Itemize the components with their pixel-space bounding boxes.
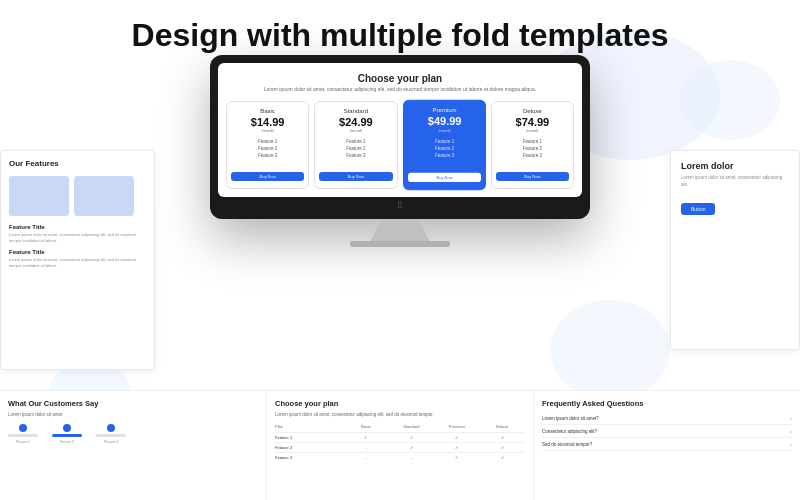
testimonial-person-1: Person 1 xyxy=(8,424,38,444)
testimonial-person-2: Person 2 xyxy=(52,424,82,444)
testimonial-name-1: Person 1 xyxy=(16,440,30,444)
card-features-standard: Feature 1 Feature 2 Feature 3 xyxy=(319,138,392,159)
buy-deluxe-button[interactable]: Buy Now xyxy=(496,172,569,181)
feature-premium-2: Feature 2 xyxy=(408,145,481,152)
faq-thumb: Frequently Asked Questions Lorem ipsum d… xyxy=(534,391,800,500)
faq-arrow-2: › xyxy=(790,428,792,434)
buy-premium-button[interactable]: Buy Now xyxy=(408,173,481,182)
mini-pricing-title: Choose your plan xyxy=(275,399,525,408)
pricing-card-deluxe: Deluxe $74.99 /month Feature 1 Feature 2… xyxy=(491,101,574,189)
feature-item-2: Feature Title Lorem ipsum dolor sit amet… xyxy=(9,249,146,268)
card-features-deluxe: Feature 1 Feature 2 Feature 3 xyxy=(496,138,569,159)
mpt-val-2-4: ✓ xyxy=(480,445,525,450)
feature-title-1: Feature Title xyxy=(9,224,146,230)
feature-standard-2: Feature 2 xyxy=(319,145,392,152)
mpt-val-3-4: ✓ xyxy=(480,455,525,460)
mpt-val-2-2: ✓ xyxy=(389,445,434,450)
card-name-standard: Standard xyxy=(319,108,392,114)
card-features-basic: Feature 1 Feature 2 Feature 3 xyxy=(231,138,304,159)
testimonial-dots: Person 1 Person 2 Person 3 xyxy=(8,424,258,444)
buy-basic-button[interactable]: Buy Now xyxy=(231,172,304,181)
feature-basic-3: Feature 3 xyxy=(231,152,304,159)
feature-basic-2: Feature 2 xyxy=(231,145,304,152)
mpt-val-1-2: ✓ xyxy=(389,435,434,440)
main-heading: Design with multiple fold templates xyxy=(0,0,800,53)
faq-q-3: Sed do eiusmod tempor? xyxy=(542,442,790,447)
card-name-basic: Basic xyxy=(231,108,304,114)
faq-q-1: Lorem ipsum dolor sit amet? xyxy=(542,416,790,421)
bg-decoration-3 xyxy=(550,300,670,400)
feature-text-2: Lorem ipsum dolor sit amet, consectetur … xyxy=(9,257,146,268)
feature-standard-1: Feature 1 xyxy=(319,138,392,145)
feature-text-1: Lorem ipsum dolor sit amet, consectetur … xyxy=(9,232,146,243)
monitor-base xyxy=(350,241,450,247)
feature-premium-3: Feature 3 xyxy=(408,152,481,159)
testimonial-dot-1 xyxy=(19,424,27,432)
testimonials-thumb: What Our Customers Say Lorem ipsum dolor… xyxy=(0,391,267,500)
pricing-screen-title: Choose your plan xyxy=(226,73,574,84)
mpt-row-1: Feature 1 ✓ ✓ ✓ ✓ xyxy=(275,432,525,442)
pricing-screen-subtitle: Lorem ipsum dolor sit amet, consectetur … xyxy=(226,86,574,93)
feature-title-2: Feature Title xyxy=(9,249,146,255)
testimonial-name-3: Person 3 xyxy=(104,440,118,444)
faq-item-1: Lorem ipsum dolor sit amet? › xyxy=(542,412,792,425)
monitor-screen: Choose your plan Lorem ipsum dolor sit a… xyxy=(218,63,582,197)
card-price-standard: $24.99 xyxy=(319,116,392,128)
feature-deluxe-2: Feature 2 xyxy=(496,145,569,152)
mpt-header: Plan Basic Standard Premium Deluxe xyxy=(275,424,525,429)
mpt-val-2-1: - xyxy=(343,445,388,450)
mpt-col-standard: Standard xyxy=(389,424,434,429)
bottom-section: What Our Customers Say Lorem ipsum dolor… xyxy=(0,390,800,500)
buy-standard-button[interactable]: Buy Now xyxy=(319,172,392,181)
apple-logo-icon:  xyxy=(398,199,402,210)
feature-item-1: Feature Title Lorem ipsum dolor sit amet… xyxy=(9,224,146,243)
testimonials-title: What Our Customers Say xyxy=(8,399,258,408)
mpt-col-premium: Premium xyxy=(434,424,479,429)
faq-item-3: Sed do eiusmod tempor? › xyxy=(542,438,792,451)
card-price-premium: $49.99 xyxy=(408,115,481,127)
mpt-row-3: Feature 3 - - ✓ ✓ xyxy=(275,452,525,462)
feature-image-2 xyxy=(74,176,134,216)
lorem-text: Lorem ipsum dolor sit amet, consectetur … xyxy=(681,175,789,189)
card-period-basic: /month xyxy=(231,128,304,133)
features-card: Our Features Feature Title Lorem ipsum d… xyxy=(0,150,155,370)
mpt-val-3-2: - xyxy=(389,455,434,460)
mpt-val-2-3: ✓ xyxy=(434,445,479,450)
card-period-premium: /month xyxy=(408,127,481,132)
pricing-card-premium: Premium $49.99 /month Feature 1 Feature … xyxy=(403,100,486,191)
feature-standard-3: Feature 3 xyxy=(319,152,392,159)
right-side-card: Lorem dolor Lorem ipsum dolor sit amet, … xyxy=(670,150,800,350)
feature-premium-1: Feature 1 xyxy=(408,138,481,145)
features-title: Our Features xyxy=(9,159,146,168)
monitor-wrapper: Choose your plan Lorem ipsum dolor sit a… xyxy=(210,55,590,247)
faq-q-2: Consectetur adipiscing elit? xyxy=(542,429,790,434)
feature-basic-1: Feature 1 xyxy=(231,138,304,145)
testimonial-bar-1 xyxy=(8,434,38,437)
card-name-deluxe: Deluxe xyxy=(496,108,569,114)
feature-image-1 xyxy=(9,176,69,216)
pricing-card-standard: Standard $24.99 /month Feature 1 Feature… xyxy=(314,101,397,189)
card-price-basic: $14.99 xyxy=(231,116,304,128)
card-period-standard: /month xyxy=(319,128,392,133)
mini-pricing-thumb: Choose your plan Lorem ipsum dolor sit a… xyxy=(267,391,534,500)
mpt-col-plan: Plan xyxy=(275,424,343,429)
mpt-val-1-4: ✓ xyxy=(480,435,525,440)
faq-arrow-1: › xyxy=(790,415,792,421)
faq-item-2: Consectetur adipiscing elit? › xyxy=(542,425,792,438)
mpt-plan-3: Feature 3 xyxy=(275,455,343,460)
lorem-button[interactable]: Button xyxy=(681,203,715,215)
faq-arrow-3: › xyxy=(790,441,792,447)
mpt-col-deluxe: Deluxe xyxy=(480,424,525,429)
testimonial-person-3: Person 3 xyxy=(96,424,126,444)
mini-pricing-table: Plan Basic Standard Premium Deluxe Featu… xyxy=(275,424,525,462)
testimonial-name-2: Person 2 xyxy=(60,440,74,444)
mpt-col-basic: Basic xyxy=(343,424,388,429)
card-period-deluxe: /month xyxy=(496,128,569,133)
monitor: Choose your plan Lorem ipsum dolor sit a… xyxy=(210,55,590,219)
mpt-val-1-1: ✓ xyxy=(343,435,388,440)
card-features-premium: Feature 1 Feature 2 Feature 3 xyxy=(408,138,481,160)
mpt-row-2: Feature 2 - ✓ ✓ ✓ xyxy=(275,442,525,452)
pricing-screen: Choose your plan Lorem ipsum dolor sit a… xyxy=(218,63,582,197)
testimonials-subtitle: Lorem ipsum dolor sit amet xyxy=(8,412,258,418)
testimonial-dot-2 xyxy=(63,424,71,432)
